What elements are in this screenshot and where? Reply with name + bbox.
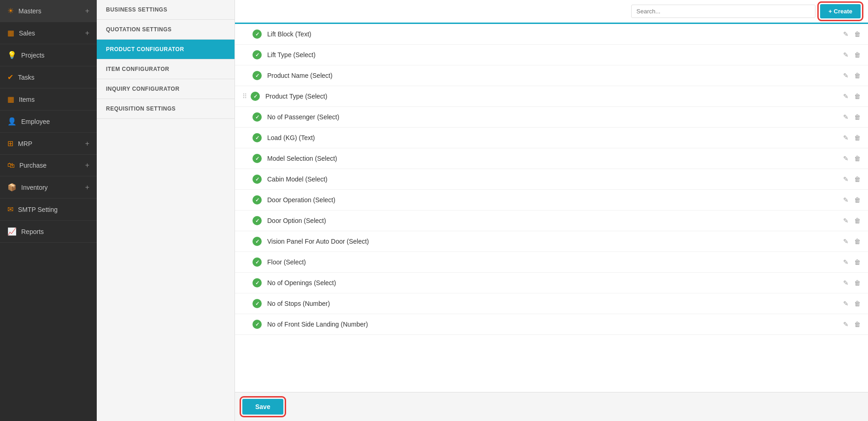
delete-icon-2[interactable]: 🗑	[854, 51, 861, 58]
sidebar-item-masters[interactable]: ☀ Masters +	[0, 0, 97, 22]
sidebar-plus-purchase[interactable]: +	[85, 161, 89, 170]
row-actions-15: ✎ 🗑	[843, 321, 861, 328]
item-label-2: Lift Type (Select)	[267, 51, 843, 58]
delete-icon-9[interactable]: 🗑	[854, 196, 861, 204]
item-label-4: Product Type (Select)	[265, 93, 843, 100]
create-button[interactable]: + Create	[820, 4, 861, 18]
check-icon-6	[252, 133, 262, 142]
sidebar-label-projects: Projects	[21, 52, 45, 59]
check-icon-3	[252, 71, 262, 80]
edit-icon-11[interactable]: ✎	[843, 238, 849, 245]
sidebar-label-masters: Masters	[18, 7, 41, 15]
table-row: Lift Block (Text) ✎ 🗑	[235, 24, 868, 45]
submenu-inquiry-configurator[interactable]: Inquiry Configurator	[97, 79, 235, 99]
delete-icon-10[interactable]: 🗑	[854, 217, 861, 224]
edit-icon-8[interactable]: ✎	[843, 175, 849, 183]
sidebar-item-inventory[interactable]: 📦 Inventory +	[0, 176, 97, 199]
sidebar-plus-mrp[interactable]: +	[85, 140, 89, 148]
submenu-quotation-settings[interactable]: Quotation Settings	[97, 20, 235, 40]
submenu-product-configurator[interactable]: Product Configurator	[97, 40, 235, 59]
smtp-setting-icon: ✉	[7, 205, 13, 214]
items-icon: ▦	[7, 95, 14, 104]
sidebar-label-employee: Employee	[21, 118, 50, 125]
sidebar-item-purchase[interactable]: 🛍 Purchase +	[0, 155, 97, 176]
row-actions-8: ✎ 🗑	[843, 175, 861, 183]
delete-icon-15[interactable]: 🗑	[854, 321, 861, 328]
edit-icon-10[interactable]: ✎	[843, 217, 849, 224]
delete-icon-1[interactable]: 🗑	[854, 30, 861, 38]
row-actions-4: ✎ 🗑	[843, 93, 861, 100]
delete-icon-11[interactable]: 🗑	[854, 238, 861, 245]
edit-icon-1[interactable]: ✎	[843, 30, 849, 38]
edit-icon-9[interactable]: ✎	[843, 196, 849, 204]
item-label-7: Model Selection (Select)	[267, 155, 843, 162]
check-icon-11	[252, 237, 262, 246]
main-content: + Create Lift Block (Text) ✎ 🗑 Lift Type…	[235, 0, 868, 421]
sidebar-item-sales[interactable]: ▦ Sales +	[0, 22, 97, 44]
edit-icon-13[interactable]: ✎	[843, 279, 849, 287]
check-icon-13	[252, 278, 262, 287]
item-label-12: Floor (Select)	[267, 258, 843, 266]
edit-icon-4[interactable]: ✎	[843, 93, 849, 100]
save-button[interactable]: Save	[242, 399, 283, 415]
table-row: Door Option (Select) ✎ 🗑	[235, 210, 868, 231]
delete-icon-8[interactable]: 🗑	[854, 175, 861, 183]
item-label-15: No of Front Side Landing (Number)	[267, 321, 843, 328]
sidebar-item-employee[interactable]: 👤 Employee	[0, 111, 97, 133]
item-label-10: Door Option (Select)	[267, 217, 843, 224]
inventory-icon: 📦	[7, 183, 17, 192]
check-icon-8	[252, 175, 262, 184]
sales-icon: ▦	[7, 29, 14, 37]
sidebar-label-reports: Reports	[21, 228, 44, 235]
top-bar: + Create	[235, 0, 868, 24]
edit-icon-14[interactable]: ✎	[843, 300, 849, 307]
sidebar-plus-masters[interactable]: +	[85, 7, 89, 15]
item-list: Lift Block (Text) ✎ 🗑 Lift Type (Select)…	[235, 24, 868, 392]
sidebar-item-projects[interactable]: 💡 Projects	[0, 44, 97, 66]
check-icon-10	[252, 216, 262, 225]
sidebar-item-reports[interactable]: 📈 Reports	[0, 221, 97, 243]
check-icon-7	[252, 154, 262, 163]
edit-icon-15[interactable]: ✎	[843, 321, 849, 328]
row-actions-12: ✎ 🗑	[843, 258, 861, 266]
sidebar-item-mrp[interactable]: ⊞ MRP +	[0, 133, 97, 155]
sidebar-label-sales: Sales	[19, 29, 35, 37]
submenu-business-settings[interactable]: Business Settings	[97, 0, 235, 20]
item-label-6: Load (KG) (Text)	[267, 134, 843, 141]
check-icon-9	[252, 195, 262, 205]
submenu-requisition-settings[interactable]: Requisition Settings	[97, 99, 235, 119]
delete-icon-13[interactable]: 🗑	[854, 279, 861, 287]
table-row: No of Stops (Number) ✎ 🗑	[235, 293, 868, 314]
table-row: Model Selection (Select) ✎ 🗑	[235, 148, 868, 169]
mrp-icon: ⊞	[7, 139, 13, 148]
submenu-item-configurator[interactable]: Item Configurator	[97, 59, 235, 79]
sidebar-item-tasks[interactable]: ✔ Tasks	[0, 66, 97, 88]
edit-icon-2[interactable]: ✎	[843, 51, 849, 58]
table-row: No of Passenger (Select) ✎ 🗑	[235, 107, 868, 128]
drag-handle-4[interactable]: ⠿	[242, 93, 247, 100]
row-actions-10: ✎ 🗑	[843, 217, 861, 224]
edit-icon-5[interactable]: ✎	[843, 113, 849, 121]
reports-icon: 📈	[7, 227, 17, 236]
edit-icon-12[interactable]: ✎	[843, 258, 849, 266]
edit-icon-7[interactable]: ✎	[843, 155, 849, 162]
delete-icon-14[interactable]: 🗑	[854, 300, 861, 307]
edit-icon-3[interactable]: ✎	[843, 72, 849, 79]
sidebar-plus-inventory[interactable]: +	[85, 183, 89, 192]
sidebar-item-smtp-setting[interactable]: ✉ SMTP Setting	[0, 199, 97, 221]
row-actions-3: ✎ 🗑	[843, 72, 861, 79]
check-icon-14	[252, 299, 262, 308]
sidebar-item-items[interactable]: ▦ Items	[0, 88, 97, 111]
row-actions-13: ✎ 🗑	[843, 279, 861, 287]
sidebar-plus-sales[interactable]: +	[85, 29, 89, 37]
delete-icon-6[interactable]: 🗑	[854, 134, 861, 141]
edit-icon-6[interactable]: ✎	[843, 134, 849, 141]
delete-icon-4[interactable]: 🗑	[854, 93, 861, 100]
delete-icon-3[interactable]: 🗑	[854, 72, 861, 79]
search-input[interactable]	[631, 5, 815, 18]
delete-icon-5[interactable]: 🗑	[854, 113, 861, 121]
table-row: Door Operation (Select) ✎ 🗑	[235, 190, 868, 210]
sidebar-label-inventory: Inventory	[21, 184, 48, 191]
delete-icon-12[interactable]: 🗑	[854, 258, 861, 266]
delete-icon-7[interactable]: 🗑	[854, 155, 861, 162]
